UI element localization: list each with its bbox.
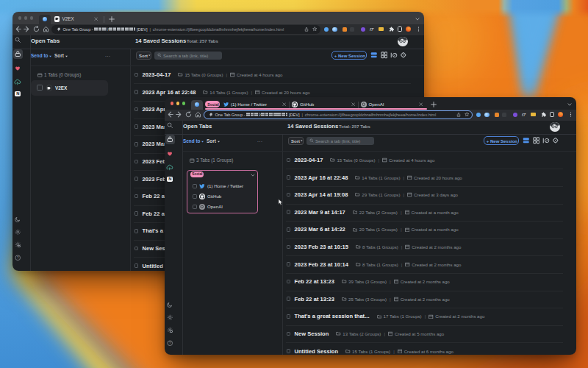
svg-text:?: ? [17,256,19,260]
svg-text:?: ? [169,342,171,345]
